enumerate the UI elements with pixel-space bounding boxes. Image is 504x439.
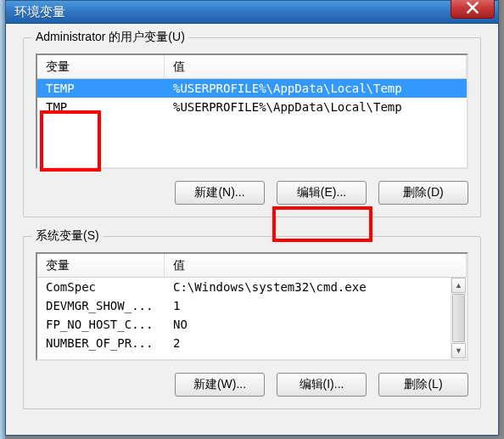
close-button[interactable] <box>451 0 495 19</box>
user-vars-table[interactable]: 变量 值 TEMP %USERPROFILE%\AppData\Local\Te… <box>36 53 468 169</box>
sys-vars-scrollbar[interactable]: ▲ ▼ <box>451 278 466 358</box>
table-row[interactable]: TEMP %USERPROFILE%\AppData\Local\Temp <box>37 79 467 98</box>
sys-vars-header: 变量 值 <box>37 254 467 278</box>
cell-value: 2 <box>165 335 467 352</box>
close-icon <box>467 2 479 14</box>
col-header-value[interactable]: 值 <box>165 254 467 277</box>
cell-value: 1 <box>165 297 467 314</box>
sys-vars-group: 系统变量(S) 变量 值 ComSpec C:\Windows\system32… <box>23 236 481 409</box>
col-header-variable[interactable]: 变量 <box>37 254 165 277</box>
col-header-value[interactable]: 值 <box>165 55 467 78</box>
cell-value: NO <box>165 316 467 333</box>
sys-new-button[interactable]: 新建(W)... <box>175 373 265 397</box>
cell-variable: DEVMGR_SHOW_... <box>37 297 165 314</box>
user-vars-header: 变量 值 <box>37 55 467 79</box>
cell-value: C:\Windows\system32\cmd.exe <box>165 279 467 295</box>
cell-value: %USERPROFILE%\AppData\Local\Temp <box>165 80 467 97</box>
cell-variable: ComSpec <box>37 279 165 295</box>
user-new-button[interactable]: 新建(N)... <box>175 181 265 205</box>
table-row[interactable]: FP_NO_HOST_C... NO <box>37 315 467 334</box>
sys-edit-button[interactable]: 编辑(I)... <box>277 373 367 397</box>
sys-vars-table[interactable]: 变量 值 ComSpec C:\Windows\system32\cmd.exe… <box>36 252 468 361</box>
cell-value: %USERPROFILE%\AppData\Local\Temp <box>165 98 467 115</box>
table-row[interactable]: DEVMGR_SHOW_... 1 <box>37 296 467 315</box>
user-vars-group: Administrator 的用户变量(U) 变量 值 TEMP %USERPR… <box>23 37 481 217</box>
env-vars-dialog: 环境变量 Administrator 的用户变量(U) 变量 值 TEMP %U… <box>5 0 499 436</box>
table-row[interactable]: NUMBER_OF_PR... 2 <box>37 334 467 352</box>
user-edit-button[interactable]: 编辑(E)... <box>277 181 367 205</box>
sys-delete-button[interactable]: 删除(L) <box>378 373 468 397</box>
cell-variable: NUMBER_OF_PR... <box>37 335 165 352</box>
sys-vars-label: 系统变量(S) <box>32 228 103 244</box>
titlebar[interactable]: 环境变量 <box>6 1 498 24</box>
window-title: 环境变量 <box>14 4 65 20</box>
scroll-up-icon[interactable]: ▲ <box>451 278 466 293</box>
col-header-variable[interactable]: 变量 <box>37 55 165 78</box>
cell-variable: FP_NO_HOST_C... <box>37 316 165 333</box>
cell-variable: TMP <box>37 98 165 115</box>
user-vars-label: Administrator 的用户变量(U) <box>32 30 188 45</box>
table-row[interactable]: ComSpec C:\Windows\system32\cmd.exe <box>37 278 467 296</box>
scroll-down-icon[interactable]: ▼ <box>451 343 466 358</box>
user-delete-button[interactable]: 删除(D) <box>378 181 468 205</box>
table-row[interactable]: TMP %USERPROFILE%\AppData\Local\Temp <box>37 98 467 116</box>
cell-variable: TEMP <box>37 80 165 97</box>
scroll-thumb[interactable] <box>452 294 465 342</box>
